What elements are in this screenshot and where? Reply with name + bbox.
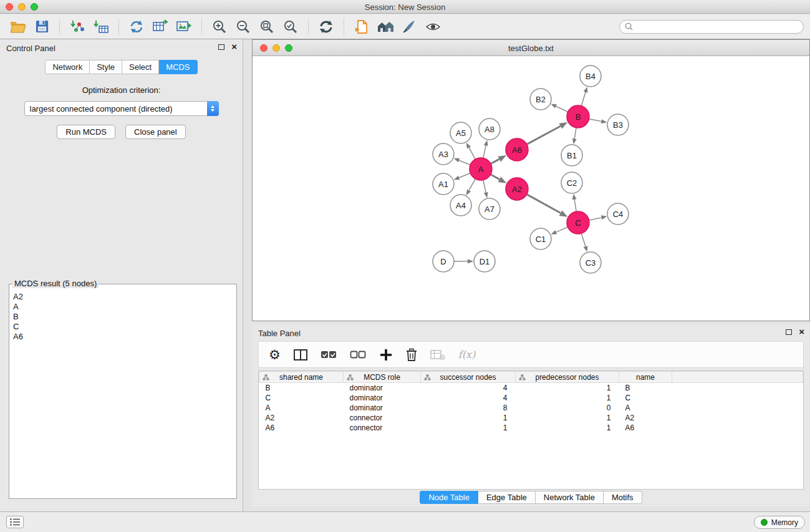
neighborhood-button[interactable] [374, 17, 397, 37]
graph-edge-C-C4[interactable] [589, 218, 602, 220]
annotation-button[interactable] [397, 17, 421, 37]
node-table-container: shared name MCDS role successor nodes pr… [258, 370, 804, 490]
first-neighbors-button[interactable] [350, 17, 374, 37]
run-mcds-button[interactable]: Run MCDS [57, 125, 115, 139]
tab-edge-table[interactable]: Edge Table [478, 491, 536, 504]
network-view-window: testGlobe.txt AA1A2A3A4A5A6A7A8BB1B2B3B4… [252, 39, 810, 321]
delete-table-icon-disabled [430, 349, 445, 360]
status-bar: Memory [0, 511, 810, 532]
graph-edge-A-A4[interactable] [469, 179, 475, 191]
tab-node-table[interactable]: Node Table [420, 491, 478, 504]
close-panel-icon[interactable]: × [799, 329, 804, 335]
graph-edge-A-A7[interactable] [483, 180, 486, 193]
list-item[interactable]: B [13, 312, 233, 322]
list-item[interactable]: A6 [13, 332, 233, 342]
float-panel-icon[interactable] [786, 329, 792, 335]
search-input[interactable] [636, 22, 798, 31]
float-panel-icon[interactable] [218, 44, 224, 50]
zoom-out-button[interactable] [231, 17, 255, 37]
graph-edge-A-A1[interactable] [459, 173, 470, 178]
network-graph[interactable]: AA1A2A3A4A5A6A7A8BB1B2B3B4CC1C2C3C4DD1 [253, 56, 809, 320]
graph-edge-A-A6[interactable] [491, 159, 499, 163]
edge-arrowhead-icon [572, 194, 577, 200]
tab-select[interactable]: Select [122, 60, 159, 74]
graph-edge-A-A2[interactable] [491, 175, 499, 180]
graph-node-label: B [576, 112, 581, 122]
mcds-result-list: A2 A B C A6 [9, 284, 236, 349]
graph-node-label: C1 [536, 235, 546, 244]
task-history-button[interactable] [6, 516, 24, 528]
list-item[interactable]: A2 [13, 292, 233, 302]
column-header-shared-name[interactable]: shared name [259, 372, 344, 383]
tab-style[interactable]: Style [90, 60, 122, 74]
graph-node-label: A2 [512, 185, 522, 194]
close-panel-button[interactable]: Close panel [125, 125, 186, 139]
table-row[interactable]: A2connector 11 A2 [259, 413, 803, 423]
zoom-fit-icon [259, 19, 274, 34]
attribute-icon [263, 374, 269, 380]
graph-edge-B-B4[interactable] [581, 92, 586, 106]
tab-mcds[interactable]: MCDS [159, 60, 197, 74]
tab-network[interactable]: Network [45, 60, 90, 74]
graph-edge-B-B3[interactable] [589, 119, 602, 122]
open-session-button[interactable] [6, 17, 30, 37]
graph-edge-C-C2[interactable] [574, 200, 576, 212]
criterion-dropdown[interactable]: largest connected component (directed) [24, 101, 219, 116]
network-minimize-button[interactable] [272, 44, 280, 52]
memory-button[interactable]: Memory [754, 516, 805, 529]
column-header-mcds-role[interactable]: MCDS role [344, 372, 421, 383]
network-close-button[interactable] [260, 44, 268, 52]
column-header-predecessor-nodes[interactable]: predecessor nodes [516, 372, 619, 383]
graph-edge-B-B1[interactable] [574, 128, 576, 139]
graph-edge-A6-B[interactable] [527, 126, 561, 144]
select-all-icon[interactable] [321, 351, 337, 359]
export-table-button[interactable] [148, 17, 172, 37]
network-zoom-button[interactable] [285, 44, 292, 52]
graph-edge-A-A8[interactable] [483, 145, 486, 158]
list-icon [9, 518, 21, 526]
close-panel-icon[interactable]: × [231, 44, 237, 50]
list-item[interactable]: A [13, 302, 233, 312]
zoom-selected-button[interactable] [279, 17, 302, 37]
edge-arrowhead-icon [559, 122, 567, 129]
zoom-fit-button[interactable] [255, 17, 279, 37]
list-item[interactable]: C [13, 322, 233, 332]
table-row[interactable]: Bdominator 41 B [259, 383, 803, 393]
tab-network-table[interactable]: Network Table [536, 491, 604, 504]
graph-edge-A2-C[interactable] [527, 195, 561, 213]
edge-arrowhead-icon [601, 215, 607, 220]
search-icon [625, 22, 633, 31]
table-row[interactable]: Cdominator 41 C [259, 393, 803, 403]
refresh-button[interactable] [314, 17, 338, 37]
table-row[interactable]: Adominator 80 A [259, 403, 803, 413]
trash-icon[interactable] [406, 348, 417, 361]
mcds-result-box: MCDS result (5 nodes) A2 A B C A6 [9, 284, 237, 499]
main-toolbar [0, 14, 810, 39]
tab-motifs[interactable]: Motifs [604, 491, 642, 504]
graph-edge-A-A5[interactable] [469, 148, 475, 160]
network-canvas[interactable]: AA1A2A3A4A5A6A7A8BB1B2B3B4CC1C2C3C4DD1 [253, 56, 809, 320]
graph-node-label: A5 [456, 128, 466, 138]
save-session-button[interactable] [30, 17, 54, 37]
import-network-button[interactable] [65, 17, 89, 37]
table-settings-button[interactable]: ⚙ [269, 349, 281, 361]
eye-icon [425, 21, 441, 32]
add-row-icon[interactable] [379, 348, 393, 362]
zoom-in-button[interactable] [208, 17, 231, 37]
columns-icon[interactable] [294, 349, 307, 360]
column-header-name[interactable]: name [619, 372, 672, 383]
reload-network-button[interactable] [125, 17, 148, 37]
graph-node-label: A [478, 165, 484, 174]
show-hide-button[interactable] [421, 17, 445, 37]
table-row[interactable]: A6connector 11 A6 [259, 423, 803, 433]
graph-edge-A-A3[interactable] [459, 160, 470, 165]
deselect-all-icon[interactable] [350, 351, 366, 359]
graph-node-label: C [575, 218, 581, 228]
column-header-successor-nodes[interactable]: successor nodes [421, 372, 516, 383]
graph-node-label: C3 [586, 258, 596, 268]
export-image-button[interactable] [172, 17, 196, 37]
graph-edge-C-C3[interactable] [581, 233, 586, 246]
import-table-button[interactable] [89, 17, 113, 37]
graph-edge-C-C1[interactable] [556, 227, 568, 232]
graph-edge-B-B2[interactable] [556, 106, 567, 112]
